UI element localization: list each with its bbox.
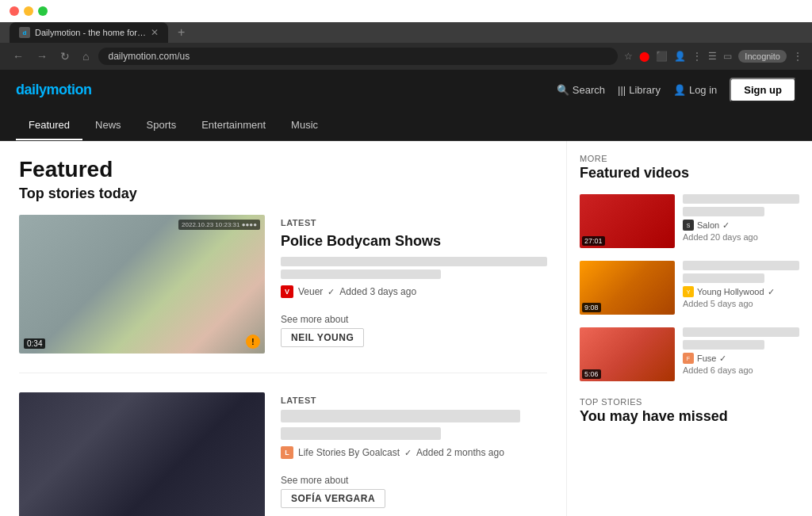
ch-verified-3: ✓: [719, 354, 726, 364]
opera-icon[interactable]: ⬤: [639, 51, 649, 62]
ch-verified-1: ✓: [722, 220, 730, 231]
content-left: Featured Top stories today 0:34 2022.10.…: [0, 141, 566, 516]
story-card-2: 8:17 LATEST L Life Stories By Goalcast ✓…: [19, 392, 547, 516]
tab-news[interactable]: News: [82, 109, 134, 140]
signup-button[interactable]: Sign up: [730, 78, 796, 102]
story-meta-2: L Life Stories By Goalcast ✓ Added 2 mon…: [281, 446, 547, 459]
url-input[interactable]: dailymotion.com/us: [98, 48, 618, 65]
topic-tag-2[interactable]: SOFÍA VERGARA: [281, 489, 385, 508]
featured-info-2: Y Young Hollywood ✓ Added 5 days ago: [683, 261, 799, 308]
cast-icon[interactable]: ▭: [723, 51, 732, 62]
main-content: Featured Top stories today 0:34 2022.10.…: [0, 141, 812, 516]
verified-icon-2: ✓: [404, 448, 412, 458]
tab-music[interactable]: Music: [278, 109, 331, 140]
featured-video-1[interactable]: 27:01 S Salon ✓ Added 20 days ago: [580, 194, 799, 248]
featured-meta-2: Y Young Hollywood ✓: [683, 286, 799, 297]
story-image-1: [19, 215, 265, 354]
top-stories-title: Top stories today: [19, 185, 547, 202]
minimize-button[interactable]: [24, 6, 33, 16]
reload-button[interactable]: ↻: [57, 48, 73, 64]
address-bar: ← → ↻ ⌂ dailymotion.com/us ☆ ⬤ ⬛ 👤 ⋮ ☰ ▭…: [0, 43, 812, 70]
back-button[interactable]: ←: [10, 48, 27, 64]
duration-badge-1: 0:34: [24, 338, 45, 349]
ch-icon-3: F: [683, 353, 694, 364]
tab-sports[interactable]: Sports: [134, 109, 190, 140]
maximize-button[interactable]: [38, 6, 48, 16]
overflow-icon[interactable]: ⋮: [793, 51, 802, 62]
channel-icon-1: V: [281, 285, 293, 298]
blurred-headline-2a: [281, 410, 520, 422]
ch-name-3[interactable]: Fuse: [697, 354, 716, 363]
toolbar-icons: ☆ ⬤ ⬛ 👤 ⋮ ☰ ▭ Incognito ⋮: [624, 50, 802, 63]
ch-name-1[interactable]: Salon: [697, 220, 719, 230]
blurred-headline-2b: [281, 427, 441, 440]
featured-duration-3: 5:06: [582, 369, 601, 379]
topic-tag-1[interactable]: NEIL YOUNG: [281, 328, 364, 347]
story-thumb-1[interactable]: 0:34 2022.10.23 10:23:31 ●●●● !: [19, 215, 265, 354]
library-icon: |||: [618, 84, 626, 96]
added-3: Added 6 days ago: [683, 365, 799, 375]
new-tab-button[interactable]: +: [171, 22, 191, 43]
tab-bar: d Dailymotion - the home for vid... ✕ +: [0, 22, 812, 43]
featured-video-3[interactable]: 5:06 F Fuse ✓ Added 6 days ago: [580, 327, 799, 381]
story-image-2: [19, 392, 265, 516]
featured-thumb-1: 27:01: [580, 194, 675, 248]
tab-entertainment[interactable]: Entertainment: [189, 109, 278, 140]
ch-verified-2: ✓: [768, 287, 775, 297]
featured-title-blur-3a: [683, 327, 799, 337]
added-text-1: Added 3 days ago: [339, 286, 416, 297]
top-stories-heading: You may have missed: [580, 408, 799, 425]
page-title: Featured: [19, 157, 547, 182]
user-icon: 👤: [673, 84, 686, 96]
channel-name-2[interactable]: Life Stories By Goalcast: [298, 447, 400, 458]
story-meta-1: V Veuer ✓ Added 3 days ago: [281, 285, 547, 298]
url-text: dailymotion.com/us: [108, 51, 190, 62]
forward-button[interactable]: →: [33, 48, 51, 64]
featured-title-blur-1a: [683, 194, 799, 204]
menu-icon[interactable]: ☰: [708, 51, 717, 62]
ch-icon-2: Y: [683, 286, 694, 297]
story-thumb-2[interactable]: 8:17: [19, 392, 265, 516]
blurred-line-1b: [281, 269, 441, 279]
channel-name-1[interactable]: Veuer: [298, 286, 323, 297]
tab-title: Dailymotion - the home for vid...: [35, 28, 146, 37]
bookmark-icon[interactable]: ☆: [624, 51, 633, 62]
story-card-1: 0:34 2022.10.23 10:23:31 ●●●● ! LATEST P…: [19, 215, 547, 373]
content-right: MORE Featured videos 27:01 S Salon ✓ Add…: [566, 141, 812, 516]
search-action[interactable]: 🔍 Search: [557, 84, 605, 96]
featured-meta-1: S Salon ✓: [683, 220, 799, 231]
home-button[interactable]: ⌂: [79, 48, 92, 64]
tab-featured[interactable]: Featured: [16, 109, 82, 140]
ch-name-2[interactable]: Young Hollywood: [697, 287, 764, 296]
title-bar: [0, 0, 812, 22]
close-button[interactable]: [10, 6, 19, 16]
story-headline-1[interactable]: Police Bodycam Shows: [281, 232, 547, 250]
nav-tabs: Featured News Sports Entertainment Music: [0, 109, 812, 141]
site-logo[interactable]: dailymotion: [16, 82, 557, 98]
featured-duration-2: 9:08: [582, 303, 601, 312]
verified-icon-1: ✓: [327, 287, 335, 297]
login-action[interactable]: 👤 Log in: [673, 84, 717, 96]
tab-close-icon[interactable]: ✕: [151, 27, 159, 38]
browser-chrome: d Dailymotion - the home for vid... ✕ + …: [0, 0, 812, 70]
traffic-lights: [10, 6, 48, 16]
warning-icon-1: !: [246, 334, 260, 349]
extensions-icon[interactable]: ⬛: [656, 51, 668, 62]
featured-title-blur-3b: [683, 340, 764, 350]
see-more-label-1: See more about: [281, 314, 547, 325]
account-icon[interactable]: 👤: [674, 51, 686, 62]
story-label-1: LATEST: [281, 218, 547, 227]
library-action[interactable]: ||| Library: [618, 84, 661, 96]
featured-info-1: S Salon ✓ Added 20 days ago: [683, 194, 799, 242]
story-info-2: LATEST L Life Stories By Goalcast ✓ Adde…: [281, 392, 547, 516]
added-text-2: Added 2 months ago: [416, 447, 504, 458]
story-info-1: LATEST Police Bodycam Shows V Veuer ✓ Ad…: [281, 215, 547, 354]
site-header: dailymotion 🔍 Search ||| Library 👤 Log i…: [0, 70, 812, 109]
top-stories-label: TOP STORIES: [580, 397, 799, 407]
header-actions: 🔍 Search ||| Library 👤 Log in Sign up: [557, 78, 796, 102]
tab-favicon: d: [19, 27, 30, 38]
featured-video-2[interactable]: 9:08 Y Young Hollywood ✓ Added 5 days ag…: [580, 261, 799, 315]
browser-tab[interactable]: d Dailymotion - the home for vid... ✕: [10, 22, 168, 43]
featured-videos-heading: Featured videos: [580, 165, 799, 182]
more-icon[interactable]: ⋮: [692, 51, 702, 62]
